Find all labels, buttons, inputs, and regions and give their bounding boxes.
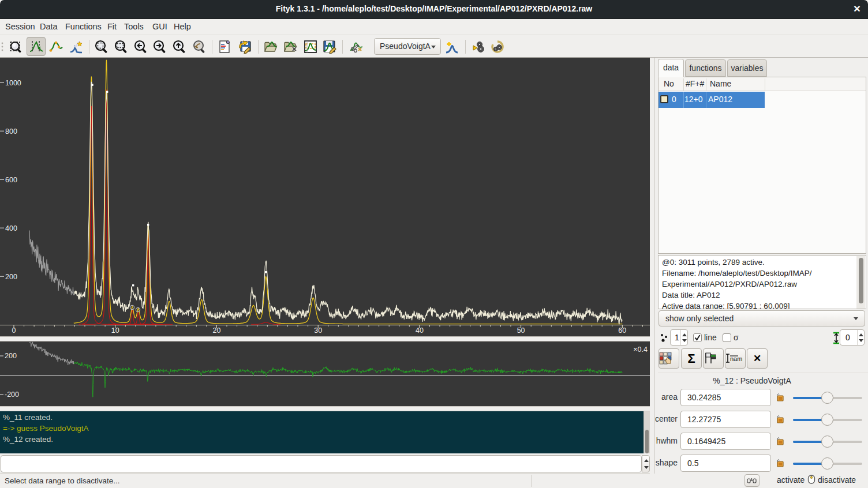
svg-text:1000: 1000	[5, 79, 21, 87]
svg-text:×0.4: ×0.4	[633, 346, 648, 354]
svg-text:200: 200	[5, 352, 17, 360]
svg-text:nam: nam	[730, 355, 742, 362]
svg-text:200: 200	[5, 273, 17, 281]
svg-text:600: 600	[5, 176, 17, 184]
svg-text:40: 40	[416, 326, 424, 335]
svg-text:-200: -200	[5, 391, 19, 399]
svg-text:10: 10	[111, 326, 119, 335]
svg-text:800: 800	[5, 127, 17, 136]
svg-text:60: 60	[618, 326, 626, 335]
svg-text:20: 20	[212, 326, 220, 335]
svg-text:30: 30	[314, 326, 322, 335]
svg-text:50: 50	[517, 326, 525, 335]
svg-text:400: 400	[5, 224, 17, 232]
svg-text:0: 0	[12, 326, 16, 335]
